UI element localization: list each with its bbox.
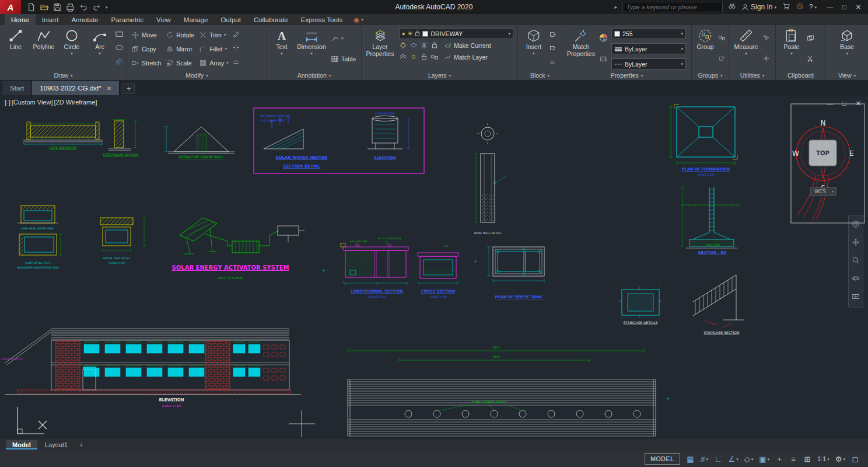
panel-label-clipboard[interactable]: Clipboard xyxy=(776,71,825,80)
ellipse-tool-icon[interactable] xyxy=(115,43,124,54)
make-current-button[interactable]: Make Current xyxy=(443,40,492,51)
copy-button[interactable]: Copy xyxy=(130,43,162,55)
isodraft-toggle[interactable]: ◇▾ xyxy=(743,453,755,465)
workspace-switching-button[interactable]: ⚙▾ xyxy=(834,453,847,465)
maximize-button[interactable]: □ xyxy=(838,4,851,11)
undo-button[interactable] xyxy=(79,3,88,12)
layer-lock-tool-icon[interactable] xyxy=(430,41,440,50)
layer-color-swatch[interactable] xyxy=(422,31,428,37)
tab-express-tools[interactable]: Express Tools xyxy=(295,14,349,25)
dimension-button[interactable]: Dimension ▾ xyxy=(295,27,328,71)
scale-button[interactable]: Scale xyxy=(164,57,195,69)
tab-output[interactable]: Output xyxy=(214,14,247,25)
search-input[interactable] xyxy=(626,4,719,11)
quick-select-icon[interactable] xyxy=(762,33,770,44)
tab-insert[interactable]: Insert xyxy=(36,14,65,25)
model-tab[interactable]: Model xyxy=(6,440,37,449)
polar-toggle[interactable]: ∠▾ xyxy=(727,453,740,465)
clean-screen-button[interactable]: ◻ xyxy=(849,453,861,465)
panel-label-utilities[interactable]: Utilities▾ xyxy=(729,71,775,80)
layout1-tab[interactable]: Layout1 xyxy=(38,440,74,449)
navwheel-icon[interactable] xyxy=(852,220,860,231)
stretch-button[interactable]: Stretch xyxy=(130,57,162,69)
rotate-button[interactable]: Rotate xyxy=(164,29,195,41)
explode-tool-icon[interactable] xyxy=(232,43,240,54)
layer-freeze-icon[interactable] xyxy=(420,41,429,50)
pan-icon[interactable] xyxy=(852,238,860,249)
help-menu[interactable]: ? ▾ xyxy=(809,3,817,11)
layer-isolate-icon[interactable] xyxy=(410,41,419,50)
transparency-icon[interactable] xyxy=(600,54,608,65)
edit-attributes-icon[interactable] xyxy=(549,57,556,68)
minimize-button[interactable]: — xyxy=(822,4,838,11)
layer-unlock-icon[interactable] xyxy=(420,53,429,62)
infocenter-arrow-icon[interactable]: ▸ xyxy=(615,4,618,10)
new-layout-button[interactable]: + xyxy=(75,441,87,448)
base-button[interactable]: Base ▾ xyxy=(833,27,861,71)
layer-lock-icon[interactable] xyxy=(415,30,420,37)
featured-apps-icon[interactable]: ◉ ▾ xyxy=(349,14,368,25)
offset-tool-icon[interactable] xyxy=(232,57,240,68)
line-button[interactable]: Line xyxy=(2,27,30,71)
open-file-button[interactable] xyxy=(40,3,49,12)
layer-freeze-sun-icon[interactable]: ☀ xyxy=(407,30,412,37)
close-button[interactable]: ✕ xyxy=(851,4,866,11)
measure-button[interactable]: Measure ▾ xyxy=(731,27,761,71)
create-block-icon[interactable] xyxy=(549,30,556,40)
new-file-button[interactable] xyxy=(27,3,36,12)
sign-in-menu[interactable]: Sign In ▾ xyxy=(741,3,776,11)
insert-button[interactable]: Insert ▾ xyxy=(520,27,548,71)
copy-clip-icon[interactable] xyxy=(807,33,814,44)
fillet-button[interactable]: Fillet▾ xyxy=(198,43,230,55)
snap-toggle[interactable]: #▾ xyxy=(699,453,710,465)
tab-collaborate[interactable]: Collaborate xyxy=(247,14,295,25)
zoom-icon[interactable] xyxy=(852,256,860,267)
binoculars-icon[interactable] xyxy=(728,2,736,12)
tab-annotate[interactable]: Annotate xyxy=(65,14,104,25)
file-tab-start[interactable]: Start xyxy=(2,81,32,95)
group-edit-icon[interactable] xyxy=(718,54,726,64)
autocad-logo-icon[interactable]: A xyxy=(0,0,21,14)
layer-dropdown[interactable]: ● ☀ DRIVEWAY ▾ xyxy=(399,28,513,39)
otrack-toggle[interactable]: + xyxy=(774,453,785,465)
drawing-canvas[interactable]: [-] [Custom View] [2D Wireframe] — □ ✕ xyxy=(0,95,868,439)
panel-label-groups[interactable]: Groups▾ xyxy=(692,71,729,80)
layer-on-bulb-icon[interactable]: ● xyxy=(402,31,405,37)
orbit-icon[interactable] xyxy=(852,274,860,285)
tab-parametric[interactable]: Parametric xyxy=(105,14,150,25)
annotation-scale-button[interactable]: 1:1▾ xyxy=(816,453,831,465)
color-wheel-icon[interactable] xyxy=(599,33,608,44)
layer-properties-button[interactable]: Layer Properties xyxy=(363,27,397,71)
ortho-toggle[interactable]: ∟ xyxy=(713,453,724,465)
panel-label-layers[interactable]: Layers▾ xyxy=(362,71,517,80)
qat-caret-icon[interactable]: ▾ xyxy=(106,5,108,9)
circle-button[interactable]: Circle ▾ xyxy=(58,27,86,71)
group-button[interactable]: Group xyxy=(694,27,717,71)
drawing-close-button[interactable]: ✕ xyxy=(856,100,861,107)
panel-label-draw[interactable]: Draw▾ xyxy=(0,71,127,80)
layer-walk-icon[interactable] xyxy=(399,53,408,62)
mirror-button[interactable]: Mirror xyxy=(164,43,195,55)
showmotion-icon[interactable] xyxy=(852,292,860,303)
navigation-bar[interactable] xyxy=(848,215,863,308)
trim-button[interactable]: Trim▾ xyxy=(198,29,230,41)
viewcube[interactable]: N W E S TOP WCS ▾ xyxy=(792,119,854,196)
panel-label-properties[interactable]: Properties▾ xyxy=(562,71,691,80)
erase-tool-icon[interactable] xyxy=(232,30,240,40)
move-button[interactable]: Move xyxy=(130,29,162,41)
hatch-tool-icon[interactable] xyxy=(115,57,124,68)
paste-button[interactable]: Paste ▾ xyxy=(778,27,806,71)
viewport-menu-control[interactable]: [-] xyxy=(5,99,10,106)
cut-icon[interactable] xyxy=(807,54,814,64)
arc-button[interactable]: Arc ▾ xyxy=(86,27,114,71)
plot-button[interactable] xyxy=(66,3,75,12)
layer-merge-icon[interactable] xyxy=(430,53,440,62)
grid-toggle[interactable]: ▦ xyxy=(685,453,696,465)
match-properties-button[interactable]: Match Properties xyxy=(564,27,598,71)
drawing-restore-button[interactable]: □ xyxy=(842,100,846,107)
object-color-dropdown[interactable]: 255 ▾ xyxy=(611,28,686,39)
lineweight-dropdown[interactable]: ByLayer ▾ xyxy=(611,43,686,54)
linetype-dropdown[interactable]: ByLayer ▾ xyxy=(611,58,686,69)
tab-view[interactable]: View xyxy=(150,14,177,25)
close-drawing-tab-icon[interactable]: ✕ xyxy=(107,85,111,92)
